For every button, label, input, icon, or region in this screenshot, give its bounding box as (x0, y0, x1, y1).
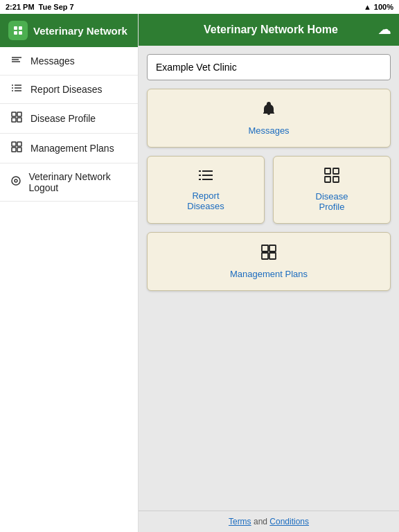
app-icon (8, 21, 28, 40)
status-bar: 2:21 PM Tue Sep 7 ▲ 100% (0, 0, 399, 14)
report-diseases-tile[interactable]: ReportDiseases (147, 156, 265, 224)
sidebar-app-name: Veterinary Network (33, 25, 127, 37)
logout-icon (10, 175, 21, 189)
svg-rect-30 (333, 168, 339, 174)
svg-rect-36 (269, 253, 276, 259)
svg-rect-16 (17, 118, 21, 122)
disease-profile-icon (10, 112, 24, 125)
main-header: Veterinary Network Home ☁ (139, 14, 399, 46)
svg-rect-18 (17, 142, 21, 146)
svg-point-21 (12, 177, 20, 185)
report-diseases-tile-icon (197, 168, 214, 186)
svg-point-22 (15, 179, 17, 182)
sidebar-item-disease-profile[interactable]: Disease Profile (0, 104, 138, 134)
sidebar-logout-label: Veterinary Network Logout (28, 171, 128, 193)
battery-icon: 100% (374, 3, 393, 11)
svg-rect-13 (12, 112, 16, 116)
status-date: Tue Sep 7 (39, 3, 74, 11)
svg-rect-15 (12, 118, 16, 122)
svg-rect-2 (14, 31, 17, 35)
cloud-icon: ☁ (378, 22, 391, 37)
sidebar-item-logout[interactable]: Veterinary Network Logout (0, 163, 138, 202)
svg-rect-19 (12, 148, 16, 152)
report-diseases-icon (10, 83, 24, 96)
management-plans-tile[interactable]: Management Plans (147, 232, 391, 291)
footer-and: and (251, 517, 270, 526)
svg-rect-32 (333, 177, 339, 182)
management-plans-icon (10, 141, 24, 155)
svg-rect-35 (262, 253, 268, 259)
svg-rect-34 (269, 245, 276, 251)
svg-rect-3 (19, 31, 22, 35)
management-plans-tile-icon (260, 244, 277, 265)
status-time: 2:21 PM (6, 3, 35, 11)
svg-rect-14 (17, 112, 21, 116)
footer: Terms and Conditions (139, 511, 399, 532)
management-plans-tile-label: Management Plans (230, 269, 308, 279)
svg-rect-1 (19, 26, 22, 30)
disease-profile-tile[interactable]: DiseaseProfile (273, 156, 391, 224)
svg-rect-0 (14, 26, 17, 30)
conditions-link[interactable]: Conditions (269, 517, 309, 526)
messages-tile[interactable]: Messages (147, 89, 391, 148)
wifi-icon: ▲ (364, 3, 371, 11)
sidebar-messages-label: Messages (30, 55, 75, 66)
svg-rect-17 (12, 142, 16, 146)
svg-rect-20 (17, 148, 21, 152)
terms-link[interactable]: Terms (229, 517, 251, 526)
sidebar-item-management-plans[interactable]: Management Plans (0, 134, 138, 163)
disease-profile-tile-icon (324, 168, 339, 187)
sidebar-item-messages[interactable]: Messages (0, 47, 138, 76)
main-header-title: Veterinary Network Home (163, 24, 378, 36)
sidebar-management-label: Management Plans (30, 143, 114, 154)
messages-bell-icon (260, 100, 277, 121)
sidebar-disease-profile-label: Disease Profile (30, 113, 96, 124)
messages-tile-label: Messages (248, 125, 289, 136)
svg-rect-31 (325, 177, 330, 182)
svg-rect-33 (262, 245, 268, 251)
content-area: Messages ReportDiseas (139, 46, 399, 511)
sidebar: Veterinary Network Messages (0, 14, 139, 532)
clinic-input[interactable] (147, 54, 391, 80)
report-diseases-tile-label: ReportDiseases (187, 190, 224, 211)
svg-rect-29 (325, 168, 330, 174)
disease-profile-tile-label: DiseaseProfile (316, 191, 348, 212)
sidebar-item-report-diseases[interactable]: Report Diseases (0, 76, 138, 104)
app-layout: Veterinary Network Messages (0, 14, 399, 532)
main-content: Veterinary Network Home ☁ Messages (139, 14, 399, 532)
sidebar-report-label: Report Diseases (30, 84, 103, 95)
messages-icon (10, 55, 24, 67)
tiles-row: ReportDiseases DiseaseProfile (147, 156, 391, 224)
sidebar-header: Veterinary Network (0, 14, 138, 47)
